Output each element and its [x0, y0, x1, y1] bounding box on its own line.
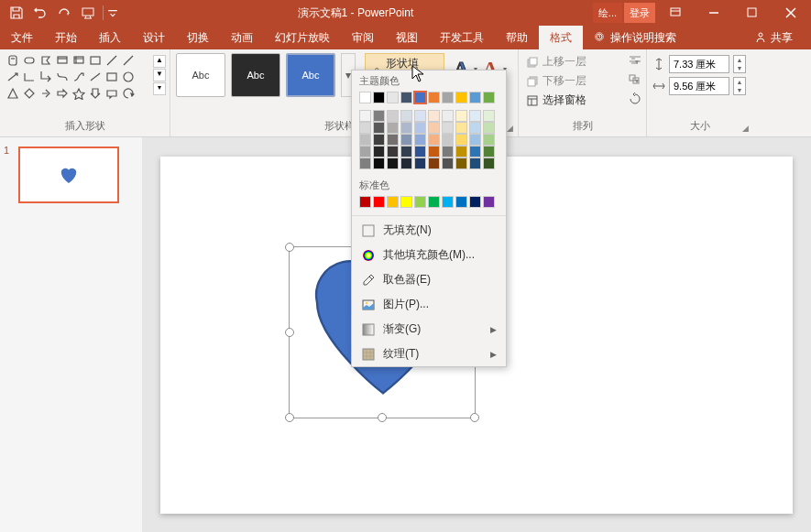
color-swatch[interactable]	[442, 134, 454, 146]
color-swatch[interactable]	[483, 157, 495, 169]
color-swatch[interactable]	[373, 110, 385, 122]
color-swatch[interactable]	[428, 122, 440, 134]
color-swatch[interactable]	[359, 146, 371, 157]
close-button[interactable]	[773, 0, 809, 26]
color-swatch[interactable]	[428, 110, 440, 122]
color-swatch[interactable]	[414, 196, 426, 208]
tab-format[interactable]: 格式	[539, 26, 583, 49]
resize-handle[interactable]	[378, 413, 387, 422]
tell-me-search[interactable]: 操作说明搜索	[583, 26, 687, 49]
dialog-launcher-icon[interactable]: ◢	[740, 123, 751, 134]
color-swatch[interactable]	[428, 92, 440, 103]
color-swatch[interactable]	[483, 196, 495, 208]
slide-thumbnail[interactable]	[18, 147, 119, 203]
tab-insert[interactable]: 插入	[88, 26, 132, 49]
bring-forward-button[interactable]: 上移一层▾	[524, 53, 641, 71]
style-preset-3[interactable]: Abc	[286, 53, 335, 97]
width-input[interactable]: 9.56 厘米	[669, 77, 729, 95]
color-swatch[interactable]	[483, 134, 495, 146]
gallery-up-icon[interactable]: ▲	[153, 55, 166, 68]
selection-pane-button[interactable]: 选择窗格	[524, 92, 641, 109]
color-swatch[interactable]	[387, 110, 399, 122]
color-swatch[interactable]	[414, 122, 426, 134]
maximize-button[interactable]	[734, 0, 771, 26]
color-swatch[interactable]	[359, 134, 371, 146]
slideshow-button[interactable]	[77, 3, 99, 23]
color-swatch[interactable]	[469, 196, 481, 208]
color-swatch[interactable]	[442, 122, 454, 134]
more-colors-item[interactable]: 其他填充颜色(M)...	[352, 243, 506, 267]
color-swatch[interactable]	[455, 196, 467, 208]
color-swatch[interactable]	[373, 146, 385, 157]
shape-style-gallery[interactable]: Abc Abc Abc ▾	[176, 53, 356, 97]
color-swatch[interactable]	[428, 146, 440, 157]
tab-home[interactable]: 开始	[44, 26, 88, 49]
color-swatch[interactable]	[359, 92, 371, 103]
color-swatch[interactable]	[387, 157, 399, 169]
color-swatch[interactable]	[469, 92, 481, 103]
color-swatch[interactable]	[359, 157, 371, 169]
tab-help[interactable]: 帮助	[495, 26, 539, 49]
width-spinner[interactable]: ▲▼	[733, 77, 746, 95]
color-swatch[interactable]	[414, 92, 426, 103]
color-swatch[interactable]	[359, 122, 371, 134]
color-swatch[interactable]	[428, 196, 440, 208]
drawing-tools-tag[interactable]: 绘...	[593, 3, 622, 23]
color-swatch[interactable]	[428, 157, 440, 169]
style-preset-1[interactable]: Abc	[176, 53, 225, 97]
color-swatch[interactable]	[387, 134, 399, 146]
color-swatch[interactable]	[387, 92, 399, 103]
color-swatch[interactable]	[483, 122, 495, 134]
color-swatch[interactable]	[442, 110, 454, 122]
no-fill-item[interactable]: 无填充(N)	[352, 218, 506, 243]
tab-view[interactable]: 视图	[385, 26, 429, 49]
style-preset-2[interactable]: Abc	[231, 53, 280, 97]
color-swatch[interactable]	[483, 92, 495, 103]
tab-design[interactable]: 设计	[132, 26, 176, 49]
picture-fill-item[interactable]: 图片(P)...	[352, 292, 506, 317]
color-swatch[interactable]	[400, 196, 412, 208]
color-swatch[interactable]	[359, 110, 371, 122]
thumbnail-pane[interactable]: 1	[0, 137, 142, 532]
color-swatch[interactable]	[400, 122, 412, 134]
undo-button[interactable]	[29, 3, 51, 23]
texture-fill-item[interactable]: 纹理(T)▶	[352, 342, 506, 366]
color-swatch[interactable]	[414, 110, 426, 122]
color-swatch[interactable]	[400, 146, 412, 157]
color-swatch[interactable]	[400, 110, 412, 122]
color-swatch[interactable]	[455, 122, 467, 134]
color-swatch[interactable]	[387, 146, 399, 157]
qat-customize-icon[interactable]	[107, 3, 118, 23]
color-swatch[interactable]	[455, 92, 467, 103]
tab-file[interactable]: 文件	[0, 26, 44, 49]
color-swatch[interactable]	[455, 146, 467, 157]
share-button[interactable]: 共享	[743, 26, 804, 49]
color-swatch[interactable]	[414, 157, 426, 169]
color-swatch[interactable]	[442, 92, 454, 103]
color-swatch[interactable]	[373, 122, 385, 134]
color-swatch[interactable]	[414, 146, 426, 157]
color-swatch[interactable]	[373, 92, 385, 103]
gallery-more-icon[interactable]: ▾	[153, 82, 166, 95]
height-input[interactable]: 7.33 厘米	[669, 55, 729, 73]
rotate-button[interactable]	[628, 92, 642, 107]
color-swatch[interactable]	[469, 146, 481, 157]
resize-handle[interactable]	[285, 413, 294, 422]
color-swatch[interactable]	[373, 134, 385, 146]
color-swatch[interactable]	[442, 157, 454, 169]
color-swatch[interactable]	[400, 134, 412, 146]
color-swatch[interactable]	[483, 110, 495, 122]
tab-transitions[interactable]: 切换	[176, 26, 220, 49]
color-swatch[interactable]	[455, 110, 467, 122]
ribbon-options-button[interactable]	[657, 0, 694, 26]
color-swatch[interactable]	[400, 157, 412, 169]
resize-handle[interactable]	[285, 328, 294, 337]
color-swatch[interactable]	[373, 157, 385, 169]
tab-animations[interactable]: 动画	[220, 26, 264, 49]
color-swatch[interactable]	[455, 157, 467, 169]
resize-handle[interactable]	[470, 413, 479, 422]
group-button[interactable]	[628, 73, 642, 89]
color-swatch[interactable]	[483, 146, 495, 157]
color-swatch[interactable]	[455, 134, 467, 146]
eyedropper-item[interactable]: 取色器(E)	[352, 267, 506, 292]
